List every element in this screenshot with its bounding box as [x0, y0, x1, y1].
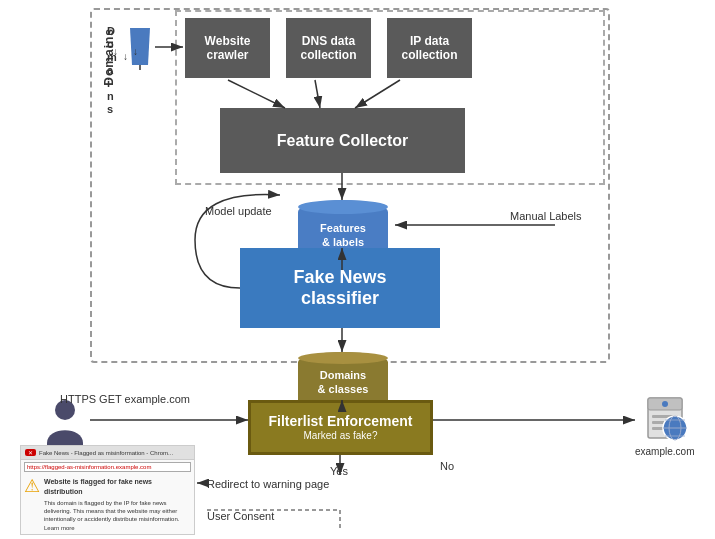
dns-data-box: DNS data collection [286, 18, 371, 78]
top-boxes-row: Website crawler DNS data collection IP d… [185, 18, 472, 78]
warning-page-header: ✕ Fake News - Flagged as misinformation … [21, 446, 194, 460]
no-label: No [440, 460, 454, 472]
redirect-warning-label: Redirect to warning page [207, 478, 329, 490]
warning-page-body: ⚠ Website is flagged for fake news distr… [21, 474, 194, 535]
domains-area: Domains [102, 28, 116, 86]
person-icon [45, 398, 85, 451]
server-icon: example.com [635, 393, 694, 457]
svg-point-3 [662, 401, 668, 407]
manual-labels-label: Manual Labels [510, 210, 582, 222]
warning-page-url: https://flagged-as-misinformation.exampl… [24, 462, 191, 472]
model-update-label: Model update [205, 205, 272, 217]
feature-collector-box: Feature Collector [220, 108, 465, 173]
domains-label: Domains [102, 28, 116, 86]
user-consent-label: User Consent [207, 510, 274, 522]
diagram: Domains Website crawler DNS data collect… [0, 0, 715, 539]
example-com-label: example.com [635, 446, 694, 457]
website-crawler-box: Website crawler [185, 18, 270, 78]
fake-news-classifier-box: Fake News classifier [240, 248, 440, 328]
warning-text: Website is flagged for fake news distrib… [44, 477, 191, 535]
ip-data-box: IP data collection [387, 18, 472, 78]
warning-triangle-icon: ⚠ [24, 477, 40, 535]
filterlist-enforcement-box: Filterlist Enforcement Marked as fake? [248, 400, 433, 455]
warning-page-preview: ✕ Fake News - Flagged as misinformation … [20, 445, 195, 535]
yes-label: Yes [330, 465, 348, 477]
https-get-label: HTTPS GET example.com [60, 393, 190, 405]
